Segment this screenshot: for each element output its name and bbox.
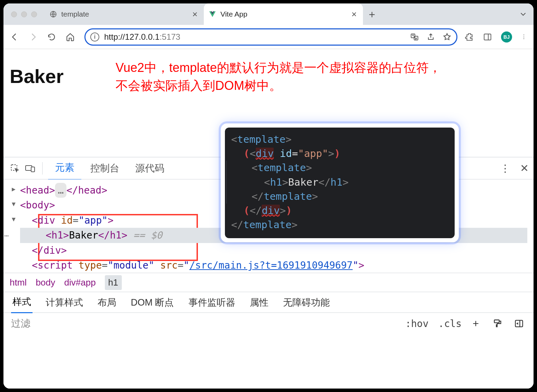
dom-node-script[interactable]: <script type="module" src="/src/main.js?…: [20, 258, 527, 273]
close-window-icon[interactable]: [11, 11, 17, 17]
subtab-accessibility[interactable]: 无障碍功能: [282, 292, 331, 313]
device-toolbar-icon[interactable]: [24, 164, 37, 173]
toolbar-extensions: BJ ⋮: [465, 31, 527, 43]
tab-console[interactable]: 控制台: [83, 157, 126, 180]
new-style-rule-icon[interactable]: [471, 319, 483, 328]
dom-node-div-close[interactable]: </div>: [20, 243, 527, 258]
annotation-text: Vue2中，template的默认行为就是一个虚拟容器的占位符， 不会被实际插入…: [116, 59, 527, 95]
close-tab-icon[interactable]: ×: [352, 9, 357, 20]
subtab-event-listeners[interactable]: 事件监听器: [187, 292, 237, 313]
reload-button[interactable]: [47, 32, 58, 41]
svg-rect-3: [484, 34, 491, 40]
tab-template[interactable]: template ×: [45, 3, 204, 25]
browser-window: template × Vite App × ＋ i: [3, 3, 534, 389]
svg-rect-6: [31, 167, 35, 172]
translate-icon[interactable]: [410, 32, 419, 41]
forward-button[interactable]: [28, 32, 39, 42]
page-heading: Baker: [10, 65, 64, 87]
code-snippet: <template> (<div id="app">) <template> <…: [225, 128, 455, 238]
browser-toolbar: i http://127.0.0.1:5173: [3, 25, 534, 49]
elements-breadcrumb[interactable]: html body div#app h1: [3, 273, 534, 292]
tab-title: template: [61, 10, 89, 18]
devtools-menu-icon[interactable]: ⋮: [500, 162, 510, 174]
inspect-icon[interactable]: [8, 164, 21, 173]
subtab-computed[interactable]: 计算样式: [44, 292, 84, 313]
tab-elements[interactable]: 元素: [48, 156, 81, 180]
toggle-sidebar-icon[interactable]: [514, 319, 526, 328]
styles-filter-bar: 过滤 :hov .cls: [3, 313, 534, 334]
crumb-h1[interactable]: h1: [105, 275, 122, 290]
svg-rect-7: [494, 320, 499, 323]
subtab-dom-breakpoints[interactable]: DOM 断点: [129, 292, 175, 313]
browser-menu-icon[interactable]: ⋮: [521, 34, 527, 40]
home-button[interactable]: [66, 32, 77, 41]
subtab-properties[interactable]: 属性: [248, 292, 270, 313]
crumb-html[interactable]: html: [10, 277, 27, 288]
tab-strip: template × Vite App × ＋: [3, 3, 534, 25]
crumb-divapp[interactable]: div#app: [64, 277, 96, 288]
profile-avatar[interactable]: BJ: [501, 31, 512, 43]
site-info-icon[interactable]: i: [90, 32, 99, 41]
close-tab-icon[interactable]: ×: [192, 9, 198, 20]
address-bar[interactable]: i http://127.0.0.1:5173: [84, 28, 457, 46]
paint-icon[interactable]: [493, 319, 504, 328]
globe-icon: [49, 10, 57, 18]
star-icon[interactable]: [443, 32, 452, 41]
devtools-close-icon[interactable]: ✕: [520, 162, 529, 174]
back-button[interactable]: [10, 32, 21, 42]
subtab-styles[interactable]: 样式: [11, 291, 33, 313]
share-icon[interactable]: [427, 33, 435, 41]
url-text: http://127.0.0.1:5173: [104, 32, 180, 42]
extensions-icon[interactable]: [465, 32, 474, 41]
styles-filter-input[interactable]: 过滤: [11, 317, 274, 330]
code-snippet-overlay: <template> (<div id="app">) <template> <…: [221, 123, 459, 242]
styles-subtabs: 样式 计算样式 布局 DOM 断点 事件监听器 属性 无障碍功能: [3, 292, 534, 313]
tab-sources[interactable]: 源代码: [128, 157, 171, 180]
tab-title: Vite App: [220, 10, 247, 18]
new-tab-button[interactable]: ＋: [363, 3, 381, 25]
vue-icon: [209, 10, 216, 18]
minimize-window-icon[interactable]: [21, 11, 27, 17]
sidepanel-icon[interactable]: [483, 32, 492, 41]
cls-toggle[interactable]: .cls: [438, 318, 462, 329]
maximize-window-icon[interactable]: [31, 11, 37, 17]
tab-vite-app[interactable]: Vite App ×: [204, 3, 363, 25]
crumb-body[interactable]: body: [36, 277, 55, 288]
subtab-layout[interactable]: 布局: [96, 292, 118, 313]
hov-toggle[interactable]: :hov: [405, 318, 428, 329]
window-controls[interactable]: [3, 3, 45, 25]
tabs-overflow-button[interactable]: [513, 3, 534, 25]
